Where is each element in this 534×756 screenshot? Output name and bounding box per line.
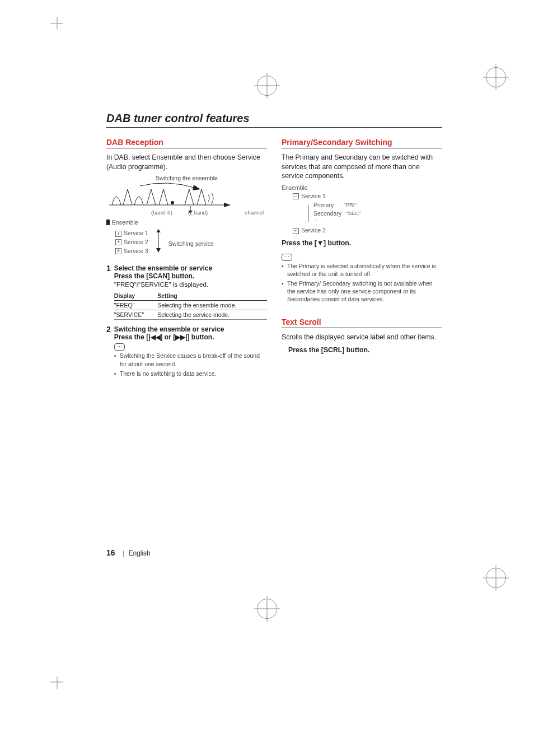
note-item: The Primary/ Secondary switching is not … (282, 279, 442, 304)
plus-icon: + (115, 248, 121, 254)
dab-intro: In DAB, select Ensemble and then choose … (106, 153, 267, 171)
sec-quote: "SEC" (346, 209, 360, 218)
svg-marker-11 (156, 229, 161, 232)
section-text-scroll: Text Scroll (282, 318, 442, 328)
primary-secondary-notes: The Primary is selected automatically wh… (282, 262, 442, 304)
note-item: The Primary is selected automatically wh… (282, 262, 442, 278)
page-number: 16 (106, 548, 115, 557)
page-content: DAB tuner control features DAB Reception… (106, 112, 442, 379)
band3-label: (band III) (151, 209, 172, 216)
note-icon: ⋯ (114, 343, 125, 351)
footer-separator: | (123, 549, 124, 557)
cell-service: "SERVICE" (114, 310, 157, 320)
register-mark-right-top (486, 67, 506, 87)
cell-freq-desc: Selecting the ensemble mode. (157, 301, 267, 310)
left-column: DAB Reception In DAB, select Ensemble an… (106, 138, 267, 379)
ensemble-label-right: Ensemble (282, 184, 442, 191)
step-1-sub: Press the [SCAN] button. (114, 272, 267, 280)
step-2-notes: Switching the Service causes a break-off… (114, 352, 267, 377)
primary-secondary-intro: The Primary and Secondary can be switche… (282, 153, 442, 181)
register-mark-right-bottom (486, 568, 506, 588)
step-1: 1 Select the ensemble or service Press t… (106, 264, 267, 320)
press-down-instruction: Press the [▼] button. (282, 239, 442, 248)
step-2-title: Switching the ensemble or service (114, 325, 267, 333)
note-item: Switching the Service causes a break-off… (114, 352, 267, 367)
section-dab-reception: DAB Reception (106, 138, 267, 148)
channel-text: channel (245, 209, 267, 216)
crop-mark-bl (50, 672, 67, 689)
service-3: Service 3 (124, 247, 148, 256)
note-item: There is no switching to data service. (114, 370, 267, 377)
register-mark-bottom (257, 599, 277, 619)
display-setting-table: Display Setting "FREQ" Selecting the ens… (114, 291, 267, 320)
step-2-sub: Press the [|◀◀] or [▶▶|] button. (114, 333, 267, 341)
register-mark-top (257, 76, 277, 96)
ensemble-label: Ensemble (112, 219, 138, 226)
service-1: Service 1 (124, 229, 148, 238)
press-scrl-instruction: Press the [SCRL] button. (282, 346, 442, 355)
section-primary-secondary: Primary/Secondary Switching (282, 138, 442, 148)
step-2-number: 2 (106, 325, 111, 379)
step-1-number: 1 (106, 264, 111, 320)
plus-icon: + (293, 228, 299, 234)
switching-service-label: Switching service (168, 240, 214, 247)
right-column: Primary/Secondary Switching The Primary … (282, 138, 442, 379)
plus-icon: + (115, 231, 121, 237)
svg-marker-5 (224, 203, 231, 207)
step-2: 2 Switching the ensemble or service Pres… (106, 325, 267, 379)
svg-point-6 (171, 201, 174, 204)
page-footer: 16 | English (106, 548, 151, 557)
note-icon: ⋯ (282, 254, 292, 261)
th-setting: Setting (157, 291, 267, 301)
ensemble-tree: −Service 1 Primary"PRI" Secondary"SEC" ⋮… (285, 192, 442, 235)
tree-dots: ⋮ (313, 218, 360, 226)
page-title: DAB tuner control features (106, 112, 442, 128)
step-1-title: Select the ensemble or service (114, 264, 267, 272)
ensemble-label-row: Ensemble (106, 219, 267, 226)
table-row: "SERVICE" Selecting the service mode. (114, 310, 267, 320)
switching-service-arrow-icon (153, 228, 164, 256)
table-row: "FREQ" Selecting the ensemble mode. (114, 301, 267, 310)
cell-freq: "FREQ" (114, 301, 157, 310)
ensemble-marker-icon (106, 220, 110, 225)
text-scroll-intro: Scrolls the displayed service label and … (282, 333, 442, 342)
ensemble-diagram: Switching the ensemble (106, 175, 267, 259)
th-display: Display (114, 291, 157, 301)
plus-icon: + (115, 239, 121, 245)
switching-ensemble-label: Switching the ensemble (106, 175, 267, 181)
svg-marker-12 (156, 248, 161, 253)
pri-quote: "PRI" (344, 201, 357, 210)
tree-primary: Primary (313, 201, 334, 210)
service-2: Service 2 (124, 238, 148, 247)
crop-mark-tl (50, 17, 67, 34)
minus-icon: − (293, 193, 299, 199)
footer-language: English (128, 549, 150, 557)
tree-service-1: Service 1 (301, 192, 326, 201)
tree-service-2: Service 2 (301, 226, 326, 235)
tree-secondary: Secondary (313, 209, 341, 218)
lband-label: (L band) (188, 209, 208, 216)
step-1-text: "FREQ"/"SERVICE" is displayed. (114, 281, 267, 288)
cell-service-desc: Selecting the service mode. (157, 310, 267, 320)
svg-marker-9 (193, 185, 200, 190)
